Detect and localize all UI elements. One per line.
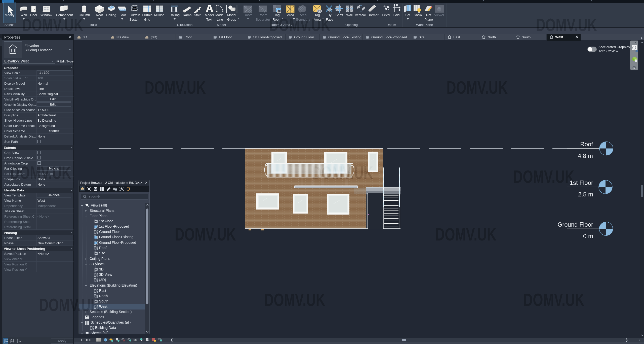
svg-text:0 m: 0 m — [583, 233, 593, 239]
svg-text:1: 1 — [319, 10, 320, 13]
svg-text:1: 1 — [278, 11, 280, 13]
svg-text:2.5 m: 2.5 m — [578, 191, 593, 198]
svg-text:A: A — [17, 341, 19, 343]
svg-text:.1: .1 — [383, 5, 385, 7]
svg-text:Z: Z — [10, 341, 12, 343]
svg-text:A: A — [10, 338, 12, 341]
svg-text:2D: 2D — [634, 50, 638, 52]
svg-text:4.8 m: 4.8 m — [578, 152, 593, 159]
svg-text:Roof: Roof — [580, 141, 593, 148]
svg-text:Z: Z — [17, 338, 18, 341]
svg-text:Ground Floor: Ground Floor — [558, 221, 593, 228]
